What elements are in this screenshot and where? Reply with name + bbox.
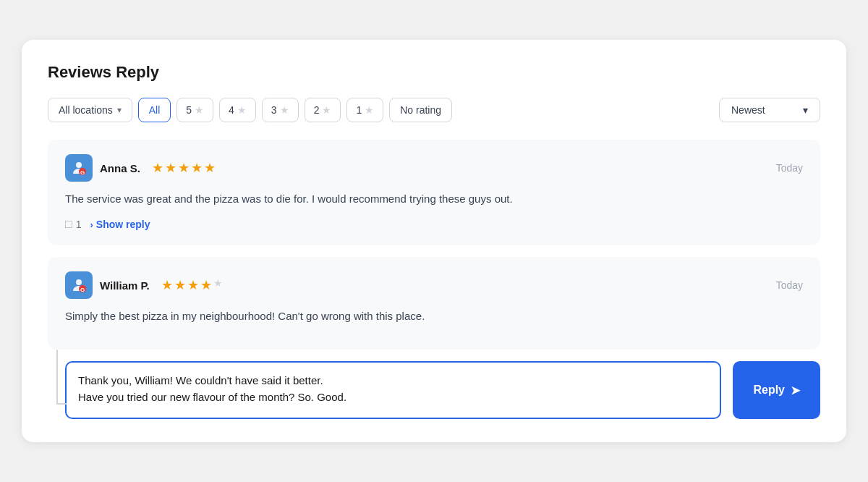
all-filter-label: All <box>149 104 161 116</box>
no-rating-filter[interactable]: No rating <box>389 98 452 122</box>
star-2-1: ★ <box>161 277 173 293</box>
star-1-3: ★ <box>178 160 190 176</box>
sort-chevron-down-icon: ▾ <box>803 104 808 116</box>
reply-button-label: Reply <box>753 384 785 397</box>
review-card-1: G Anna S. ★ ★ ★ ★ ★ Today The service wa… <box>48 140 820 245</box>
one-star-icon: ★ <box>365 104 374 116</box>
chevron-down-icon: ▾ <box>117 105 122 115</box>
star-1-4: ★ <box>191 160 203 176</box>
review-date-2: Today <box>776 279 803 291</box>
send-icon: ➤ <box>791 384 800 397</box>
sort-dropdown[interactable]: Newest ▾ <box>719 98 820 122</box>
name-stars-row-1: Anna S. ★ ★ ★ ★ ★ <box>100 160 216 176</box>
filter-bar: All locations ▾ All 5 ★ 4 ★ 3 ★ 2 ★ 1 ★ … <box>48 98 820 122</box>
review-text-1: The service was great and the pizza was … <box>65 190 803 208</box>
five-star-label: 5 <box>186 104 192 116</box>
svg-point-1 <box>76 162 82 168</box>
review-footer-1: □ 1 › Show reply <box>65 218 803 231</box>
show-reply-button-1[interactable]: › Show reply <box>90 219 150 230</box>
comment-count-1: □ 1 <box>65 218 81 231</box>
svg-text:G: G <box>80 287 85 293</box>
name-stars-row-2: William P. ★ ★ ★ ★ ★ <box>100 277 223 293</box>
star-2-3: ★ <box>187 277 199 293</box>
star-1-2: ★ <box>165 160 176 176</box>
avatar-1: G <box>65 154 93 182</box>
four-star-filter[interactable]: 4 ★ <box>219 98 256 122</box>
sort-label: Newest <box>731 104 765 116</box>
review-header-1: G Anna S. ★ ★ ★ ★ ★ Today <box>65 154 803 182</box>
show-reply-label-1: Show reply <box>96 219 150 230</box>
star-1-1: ★ <box>152 160 163 176</box>
five-star-filter[interactable]: 5 ★ <box>176 98 213 122</box>
three-star-label: 3 <box>271 104 277 116</box>
review-card-2: G William P. ★ ★ ★ ★ ★ Today Simply the … <box>48 257 820 350</box>
star-2-4: ★ <box>200 277 212 293</box>
no-rating-label: No rating <box>400 104 441 116</box>
review-date-1: Today <box>776 162 803 174</box>
review-text-2: Simply the best pizza in my neighbourhoo… <box>65 308 803 325</box>
four-star-label: 4 <box>229 104 234 116</box>
page-title: Reviews Reply <box>48 63 820 82</box>
review-header-2: G William P. ★ ★ ★ ★ ★ Today <box>65 271 803 299</box>
chevron-right-icon-1: › <box>90 219 93 230</box>
one-star-label: 1 <box>356 104 362 116</box>
reviewer-name-2: William P. <box>100 279 150 292</box>
two-star-filter[interactable]: 2 ★ <box>305 98 341 122</box>
all-filter[interactable]: All <box>138 98 171 122</box>
one-star-filter[interactable]: 1 ★ <box>346 98 383 122</box>
two-star-label: 2 <box>314 104 320 116</box>
location-filter-label: All locations <box>59 104 113 116</box>
review-stars-2: ★ ★ ★ ★ ★ <box>161 277 223 293</box>
three-star-icon: ★ <box>280 104 289 116</box>
comment-number-1: 1 <box>76 219 82 230</box>
star-1-5: ★ <box>204 160 216 176</box>
svg-point-5 <box>76 279 82 285</box>
reply-connector <box>48 361 65 419</box>
reply-button[interactable]: Reply ➤ <box>733 361 820 419</box>
two-star-icon: ★ <box>322 104 331 116</box>
reply-textarea[interactable]: Thank you, William! We couldn't have sai… <box>65 361 721 419</box>
reviewer-name-1: Anna S. <box>100 162 140 174</box>
comment-icon-1: □ <box>65 218 72 231</box>
star-2-2: ★ <box>174 277 186 293</box>
reply-section: Thank you, William! We couldn't have sai… <box>48 361 820 419</box>
avatar-2: G <box>65 271 93 299</box>
location-filter[interactable]: All locations ▾ <box>48 98 132 122</box>
five-star-icon: ★ <box>195 104 204 116</box>
svg-text:G: G <box>80 169 85 176</box>
four-star-icon: ★ <box>237 104 247 116</box>
reviewer-info-2: G William P. ★ ★ ★ ★ ★ <box>65 271 223 299</box>
star-2-5: ★ <box>213 277 223 293</box>
reviewer-info-1: G Anna S. ★ ★ ★ ★ ★ <box>65 154 216 182</box>
review-stars-1: ★ ★ ★ ★ ★ <box>152 160 216 176</box>
main-container: Reviews Reply All locations ▾ All 5 ★ 4 … <box>22 40 846 442</box>
three-star-filter[interactable]: 3 ★ <box>262 98 299 122</box>
